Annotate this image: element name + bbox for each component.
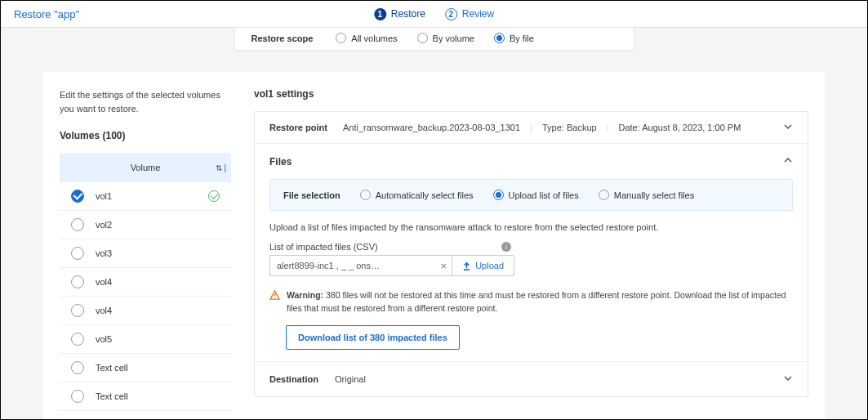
settings-panel: vol1 settings Restore point Anti_ransomw…	[244, 72, 825, 420]
volume-row[interactable]: vol5	[60, 325, 231, 354]
volumes-heading: Volumes (100)	[60, 130, 244, 141]
volumes-sidebar: Edit the settings of the selected volume…	[43, 72, 244, 420]
chevron-up-icon[interactable]	[783, 155, 793, 168]
restore-scope-bar: Restore scope All volumes By volume By f…	[234, 28, 634, 51]
fs-option-upload[interactable]: Upload list of files	[493, 190, 579, 200]
clear-file-icon[interactable]: ×	[441, 260, 447, 272]
fs-option-auto[interactable]: Automatically select files	[360, 190, 474, 200]
volume-name: vol3	[96, 248, 231, 258]
files-section: Files File selection Automatically selec…	[255, 144, 808, 362]
step-restore[interactable]: 1 Restore	[374, 8, 425, 20]
volume-name: Text cell	[96, 363, 231, 373]
scope-label: Restore scope	[251, 34, 314, 43]
volume-checkbox[interactable]	[71, 304, 84, 317]
volume-checkbox[interactable]	[71, 190, 84, 203]
fs-option-manual[interactable]: Manually select files	[599, 190, 694, 200]
volume-checkbox[interactable]	[71, 218, 84, 231]
volume-row[interactable]: vol3	[60, 239, 231, 268]
volume-row[interactable]: Text cell	[60, 354, 231, 382]
restore-point-row[interactable]: Restore point Anti_ransomware_backup.202…	[255, 112, 808, 144]
step-review[interactable]: 2 Review	[445, 8, 494, 20]
scope-option-by-volume[interactable]: By volume	[417, 33, 474, 43]
chevron-down-icon[interactable]	[783, 122, 793, 133]
top-bar: Restore "app" 1 Restore 2 Review	[1, 1, 867, 28]
volume-row[interactable]: vol2	[60, 211, 231, 239]
volume-row[interactable]: vol4	[60, 268, 231, 297]
sidebar-description: Edit the settings of the selected volume…	[60, 88, 244, 115]
warning-message: Warning: 380 files will not be restored …	[269, 289, 793, 315]
volume-column-header[interactable]: Volume ⇅ |	[60, 153, 231, 182]
volume-name: vol5	[96, 334, 231, 344]
info-icon[interactable]: i	[501, 242, 511, 252]
volume-row[interactable]: vol4	[60, 297, 231, 325]
status-ok-icon	[208, 190, 220, 202]
volume-checkbox[interactable]	[71, 333, 84, 346]
chevron-down-icon[interactable]	[783, 373, 793, 385]
volume-name: vol4	[96, 277, 231, 287]
volume-checkbox[interactable]	[71, 247, 84, 260]
page-title: Restore "app"	[14, 8, 79, 20]
volume-name: vol1	[96, 191, 197, 201]
upload-description: Upload a list of files impacted by the r…	[269, 222, 793, 232]
scope-option-all-volumes[interactable]: All volumes	[336, 33, 397, 43]
volume-name: Text cell	[96, 391, 231, 401]
csv-label: List of impacted files (CSV)	[269, 242, 378, 252]
volume-row[interactable]: Text cell	[60, 382, 231, 411]
volume-name: vol4	[96, 306, 231, 315]
volume-name: vol2	[96, 220, 231, 230]
stepper: 1 Restore 2 Review	[374, 8, 494, 20]
volume-checkbox[interactable]	[71, 390, 84, 403]
destination-row[interactable]: Destination Original	[255, 362, 808, 396]
sort-icon[interactable]: ⇅ |	[216, 163, 226, 172]
file-selection-box: File selection Automatically select file…	[269, 179, 793, 211]
upload-button[interactable]: Upload	[452, 255, 514, 276]
settings-title: vol1 settings	[244, 88, 808, 100]
warning-icon	[269, 290, 280, 301]
volume-checkbox[interactable]	[71, 361, 84, 374]
volume-row[interactable]: vol1	[60, 182, 231, 211]
csv-file-input[interactable]: alert8899-inc1 , _ _ ons… ×	[269, 255, 452, 276]
files-section-title: Files	[269, 156, 292, 168]
volume-checkbox[interactable]	[71, 275, 84, 288]
scope-option-by-file[interactable]: By file	[494, 33, 534, 43]
download-impacted-files-button[interactable]: Download list of 380 impacted files	[286, 325, 460, 350]
